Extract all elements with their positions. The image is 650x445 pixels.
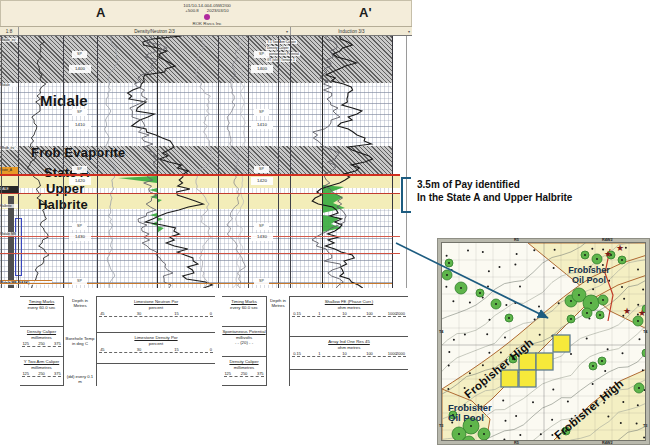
sp-marker: SP <box>254 51 269 58</box>
chevron-down-icon: ▾ <box>286 29 288 34</box>
log-curves-layer <box>0 36 410 288</box>
tick: 1 <box>318 351 320 357</box>
sp-marker: SP <box>254 166 269 173</box>
legend-title: Spontaneous Potential <box>222 329 266 335</box>
depth-label: 1400 <box>69 65 91 73</box>
pay-annotation-line2: In the State A and Upper Halbrite <box>417 191 572 204</box>
map-edge-label: T3 <box>643 425 647 429</box>
tick: 0 <box>210 311 212 317</box>
map-edge-label: R5 <box>514 239 519 243</box>
casing-bar <box>8 196 14 288</box>
tick: 2000 <box>396 311 405 317</box>
log-cross-section-figure: A A' 101/10-14-004-05W2/00 +500.8 2023/0… <box>0 0 650 445</box>
formation-top-line <box>0 193 400 194</box>
legend-sub: - - (20) - - <box>222 340 266 346</box>
margin-label: Halbrite <box>0 204 18 208</box>
legend-density-caliper: Density Caliper millimetres 125250375 <box>20 326 63 356</box>
legend-timing-marks-2: Timing Marks every 60.0 sec <box>222 296 266 326</box>
legend-depth: Depth in Metres <box>65 298 95 308</box>
curve-label: GT (shift) Tension 1 <box>266 58 296 62</box>
legend-scale-row: 0.1511010010002000 <box>292 351 406 357</box>
legend-interval: (dd) every 0.1 m <box>65 374 95 384</box>
legend-density-caliper-2: Density Caliper millimetres 125250375 <box>222 356 266 386</box>
tick: 15 <box>174 311 178 317</box>
sp-marker: SP <box>72 223 87 230</box>
tick: 30 <box>137 311 141 317</box>
legend-scale-row: 4530150 <box>99 311 213 317</box>
chevron-down-icon: ▾ <box>408 29 410 34</box>
log-header: A A' 101/10-14-004-05W2/00 +500.8 2023/0… <box>0 0 412 26</box>
frobisher-area-map: ★★★★ Frobisher Oil Pool Frobisher Oil Po… <box>437 238 650 445</box>
track-border <box>1 36 2 288</box>
depth-label: 1420 <box>251 177 273 185</box>
well-elevation: +500.8 <box>185 8 199 13</box>
formation-top-line <box>0 253 400 254</box>
log-curve <box>233 36 246 288</box>
pay-annotation: 3.5m of Pay identified In the State A an… <box>417 178 572 204</box>
log-plot-area: Midale Frob Evaporite State A Upper Halb… <box>0 36 410 288</box>
sp-marker: SP <box>254 278 269 285</box>
svg-text:★: ★ <box>623 306 631 316</box>
sp-marker: SP <box>72 109 87 116</box>
log-curve <box>196 36 212 288</box>
tick: 375 <box>54 341 61 347</box>
map-label-line: Oil Pool <box>560 275 618 285</box>
pay-interval-bracket <box>401 177 411 213</box>
track-selector-label: Induction 3/3 <box>338 29 364 34</box>
legend-scale-row: 125250375 <box>22 341 61 347</box>
tick: 375 <box>54 371 61 377</box>
track-border <box>63 36 64 288</box>
sp-marker: SP <box>72 51 87 58</box>
log-curve <box>27 36 49 288</box>
tick: 125 <box>224 371 231 377</box>
scale-indicator: 1:8 <box>0 27 18 35</box>
legend-shallow-resistivity: Shallow FE (Phase Curr.) ohm metres 0.15… <box>290 296 408 330</box>
tick: 30 <box>137 347 141 353</box>
legend-sub: ohm metres <box>290 345 408 351</box>
tick: 100 <box>366 311 373 317</box>
tick: 250 <box>38 371 45 377</box>
track-border <box>18 36 19 288</box>
svg-text:★: ★ <box>616 243 624 253</box>
legend-y-caliper: Y Two Arm Caliper millimetres 125250375 <box>20 356 63 386</box>
sp-marker: SP <box>254 223 269 230</box>
legend-scale-row: 0.1511010010002000 <box>292 311 406 317</box>
tick: 0 <box>210 347 212 353</box>
margin-label: DALE <box>0 187 18 191</box>
legend-depth: Depth in Metres <box>268 298 288 308</box>
tick: 10 <box>342 351 346 357</box>
track-border <box>278 36 279 288</box>
map-label-line: Oil Pool <box>448 413 506 423</box>
legend-sub: every 60.0 sec <box>222 305 266 311</box>
well-info-block: 101/10-14-004-05W2/00 +500.8 2023/03/10 … <box>149 3 265 26</box>
tick: 45 <box>100 347 104 353</box>
track-selector-density-neutron[interactable]: Density/Neutron 2/3 ▾ <box>18 27 290 35</box>
legend-density-porosity: Limestone Density Por percent 4530150 <box>97 332 215 364</box>
depth-label: 1410 <box>251 121 273 129</box>
track-border <box>248 36 249 288</box>
track-selector-label: Density/Neutron 2/3 <box>134 29 175 34</box>
track-border <box>392 36 393 288</box>
log-scale-legend: Timing Marks every 60.0 sec Density Cali… <box>0 288 412 392</box>
tick: 250 <box>38 341 45 347</box>
sp-marker: SP <box>72 166 87 173</box>
legend-title: Y Two Arm Caliper <box>20 359 63 365</box>
margin-label: Midale <box>0 83 18 87</box>
formation-top-line <box>0 236 400 237</box>
track-selector-induction[interactable]: Induction 3/3 ▾ <box>290 27 412 35</box>
section-label-a-prime: A' <box>359 5 371 20</box>
legend-scale-row: 4530150 <box>99 347 213 353</box>
depth-label: 1410 <box>69 121 91 129</box>
legend-neutron-porosity: Limestone Neutron Por percent 4530150 <box>97 296 215 328</box>
track-border <box>97 36 98 288</box>
tick: 125 <box>22 341 29 347</box>
depth-label: 1420 <box>69 177 91 185</box>
depth-label: 1430 <box>69 233 91 241</box>
legend-scale-row: 125250375 <box>224 371 264 377</box>
log-curve <box>104 36 119 288</box>
track-border <box>322 36 323 288</box>
depth-label: 1430 <box>251 233 273 241</box>
track-border <box>290 36 291 288</box>
track-border <box>218 36 219 288</box>
tick: 1 <box>318 311 320 317</box>
